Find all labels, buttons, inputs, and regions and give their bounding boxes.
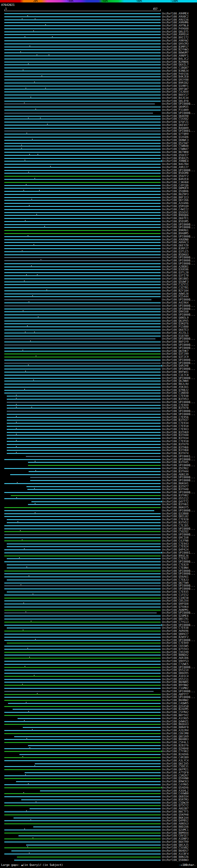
hit-bar[interactable] [4, 260, 161, 261]
hit-label[interactable]: UniRef100_C7EJD5 [162, 524, 189, 527]
hit-bar[interactable] [7, 558, 161, 559]
hit-bar[interactable] [4, 311, 161, 312]
hit-label[interactable]: UniRef100_A5J5L1 [162, 332, 189, 335]
hit-bar[interactable] [4, 281, 161, 282]
hit-bar[interactable] [4, 215, 161, 216]
hit-bar[interactable] [4, 62, 161, 63]
hit-bar[interactable] [18, 718, 161, 719]
hit-bar[interactable] [7, 447, 161, 448]
hit-bar[interactable] [4, 607, 161, 608]
hit-bar[interactable] [4, 110, 161, 111]
hit-bar[interactable] [4, 468, 161, 469]
hit-bar[interactable] [4, 206, 161, 207]
hit-bar[interactable] [4, 583, 161, 584]
hit-bar[interactable] [4, 751, 161, 752]
hit-bar[interactable] [14, 736, 161, 737]
hit-bar[interactable] [4, 43, 161, 44]
hit-bar[interactable] [10, 474, 161, 475]
hit-bar[interactable] [4, 128, 161, 129]
hit-bar[interactable] [4, 630, 161, 631]
hit-bar[interactable] [4, 320, 161, 321]
hit-bar[interactable] [4, 152, 161, 153]
hit-bar[interactable] [4, 317, 161, 318]
hit-bar[interactable] [7, 402, 161, 403]
hit-bar[interactable] [7, 453, 161, 454]
hit-bar[interactable] [4, 706, 161, 707]
hit-bar[interactable] [4, 233, 161, 234]
hit-bar[interactable] [4, 73, 161, 74]
hit-bar[interactable] [4, 31, 161, 32]
hit-bar[interactable] [4, 796, 161, 797]
hit-bar[interactable] [4, 766, 161, 767]
hit-bar[interactable] [4, 769, 161, 770]
hit-bar[interactable] [7, 643, 161, 644]
hit-bar[interactable] [27, 489, 161, 490]
hit-bar[interactable] [4, 802, 161, 803]
hit-bar[interactable] [4, 820, 161, 821]
hit-bar[interactable] [4, 679, 161, 680]
hit-bar[interactable] [4, 634, 161, 634]
hit-bar[interactable] [4, 309, 161, 309]
hit-bar[interactable] [4, 531, 161, 532]
hit-bar[interactable] [4, 302, 161, 303]
hit-bar[interactable] [4, 549, 161, 550]
hit-bar[interactable] [4, 89, 161, 90]
hit-bar[interactable] [4, 59, 161, 59]
hit-bar[interactable] [4, 299, 152, 300]
hit-bar[interactable] [4, 119, 161, 120]
hit-label[interactable]: UniRef100_B4L3C2 [162, 58, 189, 61]
hit-bar[interactable] [4, 622, 161, 623]
hit-bar[interactable] [4, 366, 161, 366]
hit-bar[interactable] [4, 658, 161, 659]
hit-label[interactable]: UniRef100_Q9SCM3 [162, 42, 189, 45]
hit-bar[interactable] [4, 525, 161, 526]
hit-bar[interactable] [4, 384, 161, 384]
hit-bar[interactable] [4, 194, 161, 195]
hit-bar[interactable] [7, 519, 161, 520]
hit-bar[interactable] [7, 444, 161, 445]
hit-bar[interactable] [28, 462, 161, 463]
hit-bar[interactable] [4, 616, 161, 616]
hit-bar[interactable] [4, 46, 161, 48]
hit-bar[interactable] [7, 450, 161, 451]
hit-bar[interactable] [7, 441, 161, 442]
hit-bar[interactable] [4, 333, 161, 334]
hit-bar[interactable] [4, 230, 161, 231]
hit-label[interactable]: UniRef100_Q1HNY1 [162, 85, 189, 88]
hit-bar[interactable] [4, 507, 161, 508]
hit-bar[interactable] [4, 561, 161, 562]
hit-bar[interactable] [4, 167, 161, 168]
hit-bar[interactable] [40, 790, 161, 791]
hit-bar[interactable] [33, 827, 161, 827]
hit-bar[interactable] [4, 218, 161, 219]
hit-bar[interactable] [4, 191, 161, 192]
hit-bar[interactable] [4, 263, 161, 264]
hit-bar[interactable] [4, 170, 161, 171]
hit-bar[interactable] [4, 269, 161, 270]
hit-bar[interactable] [30, 808, 161, 809]
hit-label[interactable]: UniRef100_B2W5F2 [162, 636, 189, 639]
hit-label[interactable]: UniRef100_Q81B05 [162, 277, 189, 280]
hit-bar[interactable] [4, 646, 161, 647]
hit-bar[interactable] [4, 22, 161, 23]
hit-bar[interactable] [35, 763, 161, 764]
hit-label[interactable]: UniRef100_A3LYC4 [162, 759, 189, 763]
hit-bar[interactable] [4, 847, 161, 848]
hit-bar[interactable] [4, 98, 161, 98]
hit-bar[interactable] [7, 417, 161, 418]
hit-bar[interactable] [4, 483, 161, 484]
hit-label[interactable]: UniRef100_C7YG13 [162, 621, 189, 624]
hit-bar[interactable] [4, 158, 161, 159]
hit-label[interactable]: UniRef100_B3TH79 [162, 443, 189, 446]
hit-bar[interactable] [11, 495, 161, 496]
hit-bar[interactable] [4, 245, 161, 246]
hit-bar[interactable] [4, 130, 161, 131]
hit-bar[interactable] [4, 83, 161, 84]
hit-bar[interactable] [4, 248, 161, 249]
hit-bar[interactable] [7, 396, 161, 397]
hit-bar[interactable] [23, 727, 161, 728]
hit-bar[interactable] [4, 278, 161, 279]
hit-bar[interactable] [7, 546, 161, 547]
hit-bar[interactable] [4, 378, 161, 379]
hit-bar[interactable] [4, 510, 154, 511]
